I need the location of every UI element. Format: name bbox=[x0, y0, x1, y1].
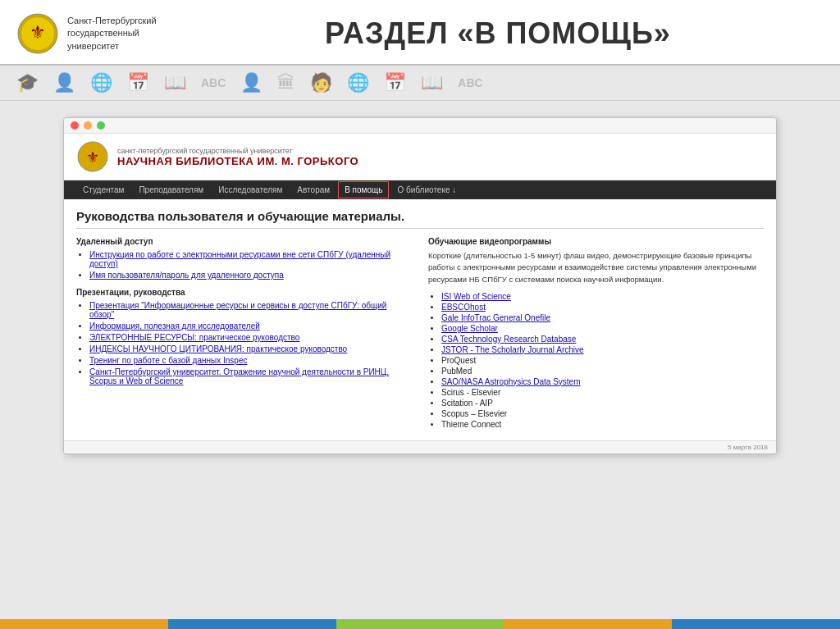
site-nav: Студентам Преподавателям Исследователям … bbox=[64, 180, 776, 199]
browser-maximize[interactable] bbox=[97, 121, 105, 130]
list-item: EBSCOhost bbox=[441, 303, 764, 312]
footer-stripe-1 bbox=[0, 619, 168, 629]
browser-nav bbox=[64, 118, 776, 134]
book-icon: 📖 bbox=[164, 72, 186, 93]
nav-researchers[interactable]: Исследователям bbox=[212, 180, 289, 199]
link-presentation[interactable]: Презентация "Информационные ресурсы и се… bbox=[89, 301, 386, 319]
abc2-icon: ABC bbox=[458, 76, 482, 89]
abc-icon: ABC bbox=[201, 76, 226, 89]
globe2-icon: 🌐 bbox=[347, 72, 369, 93]
video-description: Короткие (длительностью 1-5 минут) флаш … bbox=[428, 250, 764, 285]
building-icon: 🏛 bbox=[277, 72, 295, 93]
footer-stripe-3 bbox=[336, 619, 504, 629]
video-links-list: ISI Web of Science EBSCOhost Gale InfoTr… bbox=[428, 292, 764, 429]
site-content: Руководства пользователя и обучающие мат… bbox=[64, 199, 776, 440]
site-title-area: санкт-петербургский государственный унив… bbox=[117, 147, 764, 167]
site-logo-icon: ⚜ bbox=[76, 140, 109, 173]
link-isi-web[interactable]: ISI Web of Science bbox=[441, 292, 511, 301]
link-researchers-info[interactable]: Информация, полезная для исследователей bbox=[89, 321, 260, 330]
nav-about[interactable]: О библиотеке ↓ bbox=[390, 180, 463, 199]
slide-footer bbox=[0, 619, 840, 629]
nav-teachers[interactable]: Преподавателям bbox=[132, 180, 210, 199]
calendar-icon: 📅 bbox=[127, 72, 149, 93]
content-title: Руководства пользователя и обучающие мат… bbox=[76, 209, 764, 229]
section1-links: Инструкция по работе с электронными ресу… bbox=[76, 250, 412, 280]
nav-students[interactable]: Студентам bbox=[76, 180, 130, 199]
graduation-cap-icon: 🎓 bbox=[16, 72, 39, 93]
globe-icon: 🌐 bbox=[90, 72, 112, 93]
person3-icon: 🧑 bbox=[310, 72, 332, 93]
video-section-heading: Обучающие видеопрограммы bbox=[428, 237, 764, 246]
section2-links: Презентация "Информационные ресурсы и се… bbox=[76, 301, 412, 385]
svg-text:⚜: ⚜ bbox=[86, 149, 99, 166]
right-column: Обучающие видеопрограммы Короткие (длите… bbox=[428, 237, 764, 431]
university-name: Санкт-Петербургский государственный унив… bbox=[67, 15, 157, 52]
icon-bar: 🎓 👤 🌐 📅 📖 ABC 👤 🏛 🧑 🌐 📅 📖 ABC bbox=[0, 66, 840, 101]
link-inspec-training[interactable]: Тренинг по работе с базой данных Inspec bbox=[89, 356, 247, 365]
person2-icon: 👤 bbox=[240, 72, 262, 93]
section2-heading: Презентации, руководства bbox=[76, 288, 412, 297]
section1-heading: Удаленный доступ bbox=[76, 237, 412, 246]
slide-title: РАЗДЕЛ «В ПОМОЩЬ» bbox=[180, 16, 815, 51]
browser-close[interactable] bbox=[71, 121, 79, 130]
link-gale[interactable]: Gale InfoTrac General Onefile bbox=[441, 313, 550, 322]
site-header: ⚜ санкт-петербургский государственный ун… bbox=[64, 134, 776, 180]
browser-bottom-bar: 5 марта 2018 bbox=[64, 440, 776, 454]
list-item: Имя пользователя/пароль для удаленного д… bbox=[89, 271, 412, 280]
footer-stripe-5 bbox=[672, 619, 840, 629]
list-item: Thieme Connect bbox=[441, 420, 764, 429]
nav-help[interactable]: В помощь bbox=[338, 181, 389, 198]
link-electronic-resources[interactable]: ЭЛЕКТРОННЫЕ РЕСУРСЫ: практическое руково… bbox=[89, 333, 299, 342]
site-subtitle: санкт-петербургский государственный унив… bbox=[117, 147, 764, 155]
link-jstor[interactable]: JSTOR - The Scholarly Journal Archive bbox=[441, 345, 584, 354]
list-item: Тренинг по работе с базой данных Inspec bbox=[89, 356, 412, 365]
list-item: Информация, полезная для исследователей bbox=[89, 321, 412, 330]
slide-header: ⚜ Санкт-Петербургский государственный ун… bbox=[0, 0, 840, 66]
list-item: ISI Web of Science bbox=[441, 292, 764, 301]
link-nasa[interactable]: SAO/NASA Astrophysics Data System bbox=[441, 377, 581, 386]
left-column: Удаленный доступ Инструкция по работе с … bbox=[76, 237, 412, 431]
browser-date: 5 марта 2018 bbox=[728, 444, 768, 451]
list-item: ЭЛЕКТРОННЫЕ РЕСУРСЫ: практическое руково… bbox=[89, 333, 412, 342]
coat-of-arms-icon: ⚜ bbox=[16, 12, 59, 55]
svg-text:⚜: ⚜ bbox=[30, 22, 46, 43]
link-csa[interactable]: CSA Technology Research Database bbox=[441, 335, 576, 344]
footer-stripe-4 bbox=[504, 619, 672, 629]
list-item: Google Scholar bbox=[441, 324, 764, 333]
link-remote-instructions[interactable]: Инструкция по работе с электронными ресу… bbox=[89, 250, 390, 268]
nav-authors[interactable]: Авторам bbox=[290, 180, 336, 199]
footer-stripe-2 bbox=[168, 619, 336, 629]
site-title-main: НАУЧНАЯ БИБЛИОТЕКА ИМ. М. ГОРЬКОГО bbox=[117, 155, 764, 167]
list-item: Презентация "Информационные ресурсы и се… bbox=[89, 301, 412, 319]
book2-icon: 📖 bbox=[421, 72, 443, 93]
list-item: Gale InfoTrac General Onefile bbox=[441, 313, 764, 322]
list-item: JSTOR - The Scholarly Journal Archive bbox=[441, 345, 764, 354]
list-item: CSA Technology Research Database bbox=[441, 335, 764, 344]
list-item: ProQuest bbox=[441, 356, 764, 365]
university-logo-area: ⚜ Санкт-Петербургский государственный ун… bbox=[16, 12, 180, 55]
list-item: ИНДЕКСЫ НАУЧНОГО ЦИТИРОВАНИЯ: практическ… bbox=[89, 344, 412, 353]
person-icon: 👤 bbox=[53, 72, 75, 93]
link-credentials[interactable]: Имя пользователя/пароль для удаленного д… bbox=[89, 271, 284, 280]
browser-minimize[interactable] bbox=[84, 121, 92, 130]
list-item: SAO/NASA Astrophysics Data System bbox=[441, 377, 764, 386]
list-item: Санкт-Петербургский университет. Отражен… bbox=[89, 367, 412, 385]
list-item: Scopus – Elsevier bbox=[441, 409, 764, 418]
slide-body: ⚜ санкт-петербургский государственный ун… bbox=[0, 101, 840, 619]
calendar2-icon: 📅 bbox=[384, 72, 406, 93]
browser-window: ⚜ санкт-петербургский государственный ун… bbox=[63, 117, 777, 454]
slide: ⚜ Санкт-Петербургский государственный ун… bbox=[0, 0, 840, 629]
list-item: Инструкция по работе с электронными ресу… bbox=[89, 250, 412, 268]
link-ebscohost[interactable]: EBSCOhost bbox=[441, 303, 486, 312]
link-google-scholar[interactable]: Google Scholar bbox=[441, 324, 498, 333]
list-item: Scitation - AIP bbox=[441, 399, 764, 408]
link-spbgu-science[interactable]: Санкт-Петербургский университет. Отражен… bbox=[89, 367, 389, 385]
list-item: Scirus - Elsevier bbox=[441, 388, 764, 397]
content-columns: Удаленный доступ Инструкция по работе с … bbox=[76, 237, 764, 431]
list-item: PubMed bbox=[441, 367, 764, 376]
link-citation-index[interactable]: ИНДЕКСЫ НАУЧНОГО ЦИТИРОВАНИЯ: практическ… bbox=[89, 344, 347, 353]
